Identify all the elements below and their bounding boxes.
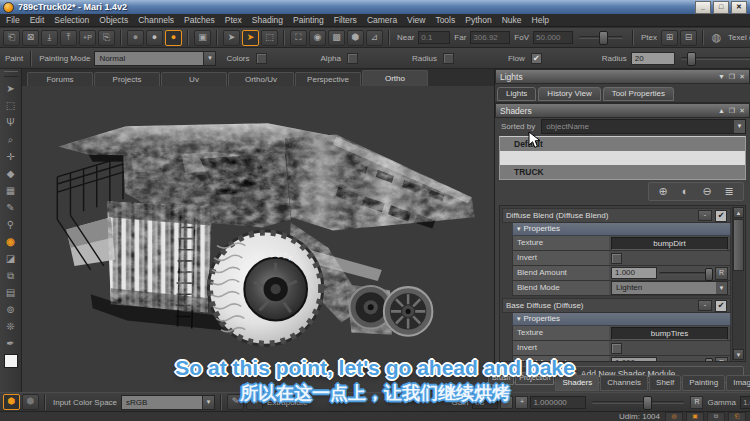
layers-icon[interactable]: ≣: [720, 185, 738, 198]
page-status-icon[interactable]: ⎗: [728, 412, 746, 421]
target-status-icon[interactable]: ◎: [665, 412, 683, 421]
flat-shading-icon[interactable]: ●: [127, 30, 144, 46]
reset-button[interactable]: R: [715, 357, 728, 363]
module-header-diffuse-blend[interactable]: Diffuse Blend (Diffuse Blend) - ✔: [502, 208, 731, 223]
gain-stop-field[interactable]: f/8: [472, 396, 498, 409]
blend-amount-field[interactable]: 1.000: [611, 267, 657, 279]
menu-view[interactable]: View: [407, 15, 425, 25]
menu-objects[interactable]: Objects: [99, 15, 128, 25]
full-shading-icon[interactable]: ●: [165, 30, 182, 46]
tab-brush-editor[interactable]: Brush Editor: [488, 372, 514, 385]
close-panel-icon[interactable]: ✕: [739, 73, 745, 81]
transform-select-icon[interactable]: ⬚: [261, 30, 278, 46]
gain-reset-button[interactable]: R: [690, 396, 703, 409]
properties-scrollbar[interactable]: ▲ ▼: [732, 207, 744, 360]
module-enabled-checkbox[interactable]: ✔: [715, 300, 727, 312]
alpha-checkbox[interactable]: [347, 53, 358, 64]
ptex-decrease-icon[interactable]: ⊟: [680, 30, 697, 46]
paint-through-icon[interactable]: ▣: [194, 30, 211, 46]
blend-amount-field[interactable]: 1.000: [611, 357, 657, 362]
pin-tool-icon[interactable]: ⚲: [2, 216, 20, 233]
lights-panel-header[interactable]: Lights ▼ ❐ ✕: [495, 69, 750, 84]
gain-plus-button[interactable]: +: [515, 396, 528, 409]
shader-item-highlighted[interactable]: [500, 151, 745, 165]
simple-shading-icon[interactable]: ●: [146, 30, 163, 46]
module-enabled-checkbox[interactable]: ✔: [715, 210, 727, 222]
menu-painting[interactable]: Painting: [293, 15, 324, 25]
menu-selection[interactable]: Selection: [54, 15, 89, 25]
tab-channels[interactable]: Channels: [600, 375, 648, 391]
scrollbar-thumb[interactable]: [733, 219, 744, 271]
shape-icon[interactable]: ⬢: [347, 30, 364, 46]
texture-button[interactable]: bumpTires: [611, 327, 728, 340]
tab-forums[interactable]: Forums: [27, 72, 93, 86]
blend-amount-slider[interactable]: [659, 362, 713, 363]
texture-button[interactable]: bumpDirt: [611, 237, 728, 250]
paint-tool-icon[interactable]: ◉: [2, 233, 20, 250]
color-swatch[interactable]: [4, 354, 18, 368]
input-color-space-select[interactable]: sRGB ▼: [121, 395, 215, 410]
eyedropper-tool-icon[interactable]: ✒: [2, 335, 20, 352]
sorted-by-select[interactable]: objectName ▼: [541, 119, 746, 134]
visibility-icon[interactable]: ◉: [309, 30, 326, 46]
select-object-icon[interactable]: ➤: [223, 30, 240, 46]
tab-projection[interactable]: Projection: [515, 372, 554, 385]
menu-ptex[interactable]: Ptex: [225, 15, 242, 25]
close-project-icon[interactable]: ⊠: [22, 30, 39, 46]
move-tool-icon[interactable]: ✛: [2, 148, 20, 165]
towards-tool-icon[interactable]: ⊚: [2, 301, 20, 318]
spray-tool-icon[interactable]: ❊: [2, 318, 20, 335]
ptex-increase-icon[interactable]: ⊞: [661, 30, 678, 46]
zoom-tool-icon[interactable]: ⌕: [2, 131, 20, 148]
properties-group-header[interactable]: ▾Properties: [512, 313, 731, 326]
tab-shaders[interactable]: Shaders: [555, 375, 599, 391]
add-shader-icon[interactable]: ⊕: [654, 185, 672, 198]
menu-python[interactable]: Python: [465, 15, 491, 25]
painting-mode-select[interactable]: Normal ▼: [94, 51, 216, 66]
properties-group-header[interactable]: ▾Properties: [512, 223, 731, 236]
collapse-icon[interactable]: ▲: [718, 107, 725, 114]
fov-field[interactable]: 50.000: [533, 31, 573, 44]
menu-file[interactable]: File: [6, 15, 20, 25]
tab-painting[interactable]: Painting: [682, 375, 725, 391]
module-header-base-diffuse[interactable]: Base Diffuse (Diffuse) - ✔: [502, 298, 731, 313]
gain-minus-button[interactable]: -: [500, 396, 513, 409]
pan-tool-icon[interactable]: Ψ: [2, 114, 20, 131]
invert-checkbox[interactable]: [611, 343, 622, 354]
import-icon[interactable]: ⤓: [41, 30, 58, 46]
fov-slider[interactable]: [579, 36, 623, 39]
clone-stamp-tool-icon[interactable]: ⧉: [2, 267, 20, 284]
menu-tools[interactable]: Tools: [435, 15, 455, 25]
reset-button[interactable]: R: [715, 267, 728, 280]
gradient-tool-icon[interactable]: ▤: [2, 284, 20, 301]
tab-shelf[interactable]: Shelf: [649, 375, 681, 391]
menu-patches[interactable]: Patches: [184, 15, 215, 25]
tab-ortho-uv[interactable]: Ortho/Uv: [228, 72, 294, 86]
close-button[interactable]: ✕: [731, 1, 747, 14]
checker-icon[interactable]: ▩: [328, 30, 345, 46]
select-tool-icon[interactable]: ➤: [2, 80, 20, 97]
minimize-module-button[interactable]: -: [698, 300, 712, 311]
maximize-button[interactable]: □: [713, 1, 729, 14]
menu-nuke[interactable]: Nuke: [502, 15, 522, 25]
gain-slider[interactable]: [592, 401, 684, 404]
tab-ortho[interactable]: Ortho: [362, 70, 428, 86]
duplicate-shader-icon[interactable]: ◐: [676, 185, 694, 198]
tab-projects[interactable]: Projects: [94, 72, 160, 86]
flow-checkbox[interactable]: ✔: [531, 53, 542, 64]
blend-mode-select[interactable]: Lighten ▼: [611, 281, 728, 295]
blur-tool-icon[interactable]: ◆: [2, 165, 20, 182]
new-project-icon[interactable]: ⎗: [3, 30, 20, 46]
mirror-icon[interactable]: ⊿: [366, 30, 383, 46]
tab-tool-properties[interactable]: Tool Properties: [603, 87, 674, 101]
gamma-value-field[interactable]: 1.00: [740, 396, 750, 409]
scroll-up-icon[interactable]: ▲: [733, 207, 744, 218]
float-panel-icon[interactable]: ❐: [729, 73, 735, 81]
tab-image-manager[interactable]: Image Manager: [726, 375, 750, 391]
scroll-down-icon[interactable]: ▼: [733, 349, 744, 360]
tab-lights[interactable]: Lights: [497, 87, 536, 101]
hexagon-icon[interactable]: ⬢: [22, 394, 39, 410]
menu-filters[interactable]: Filters: [334, 15, 357, 25]
far-field[interactable]: 306.92: [470, 31, 510, 44]
export-icon[interactable]: ⤒: [60, 30, 77, 46]
